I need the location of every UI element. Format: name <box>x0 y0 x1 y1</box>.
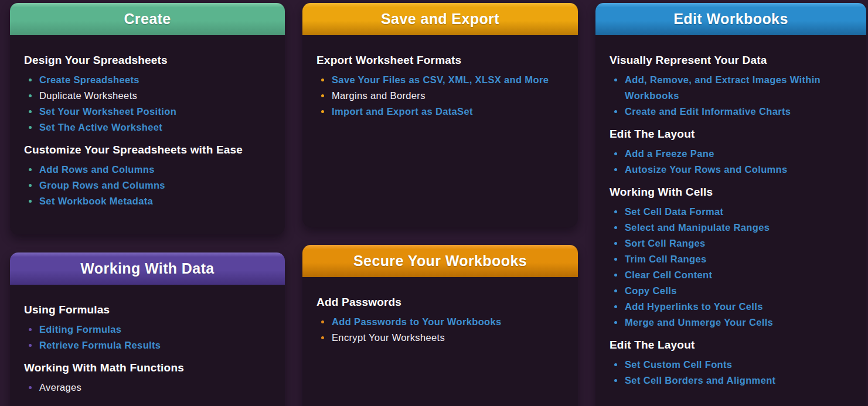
bullet-icon <box>321 336 324 339</box>
card-title: Create <box>124 11 171 28</box>
topic-item[interactable]: Editing Formulas <box>24 322 271 337</box>
topic-item[interactable]: Sort Cell Ranges <box>610 236 852 251</box>
topic-item[interactable]: Import and Export as DataSet <box>316 104 564 120</box>
topic-link[interactable]: Add Hyperlinks to Your Cells <box>625 301 763 312</box>
topic-item[interactable]: Autosize Your Rows and Columns <box>610 162 852 178</box>
topic-link[interactable]: Add, Remove, and Extract Images Within W… <box>625 74 821 101</box>
topic-link[interactable]: Set The Active Worksheet <box>39 122 162 132</box>
topic-label: Encrypt Your Worksheets <box>332 332 445 343</box>
card-header-secure-your-workbooks: Secure Your Workbooks <box>302 245 578 277</box>
topic-item[interactable]: Create Spreadsheets <box>24 72 271 88</box>
bullet-icon <box>614 289 617 292</box>
section-heading: Visually Represent Your Data <box>610 54 852 67</box>
topic-item: Duplicate Worksheets <box>24 88 271 104</box>
topic-link[interactable]: Retrieve Formula Results <box>39 340 161 350</box>
topic-list: Add, Remove, and Extract Images Within W… <box>610 72 852 120</box>
topic-link[interactable]: Autosize Your Rows and Columns <box>625 164 788 175</box>
topic-link[interactable]: Set Cell Data Format <box>625 206 723 217</box>
card-body: Add PasswordsAdd Passwords to Your Workb… <box>302 277 578 362</box>
bullet-icon <box>614 152 617 155</box>
topic-item[interactable]: Add, Remove, and Extract Images Within W… <box>610 72 852 104</box>
section-heading: Edit The Layout <box>610 339 852 352</box>
topic-link[interactable]: Editing Formulas <box>39 324 121 335</box>
bullet-icon <box>321 79 324 81</box>
card-edit-workbooks: Edit WorkbooksVisually Represent Your Da… <box>595 3 866 406</box>
topic-item[interactable]: Add Rows and Columns <box>24 162 271 178</box>
topic-list: Add Passwords to Your WorkbooksEncrypt Y… <box>316 314 564 346</box>
bullet-icon <box>614 242 617 245</box>
topic-item[interactable]: Group Rows and Columns <box>24 178 271 193</box>
topic-item: Encrypt Your Worksheets <box>316 330 564 346</box>
topic-link[interactable]: Create Spreadsheets <box>39 74 139 85</box>
bullet-icon <box>29 79 32 81</box>
bullet-icon <box>614 321 617 324</box>
column-2: Edit WorkbooksVisually Represent Your Da… <box>595 3 866 406</box>
topic-list: Averages <box>24 380 271 395</box>
topic-link[interactable]: Clear Cell Content <box>625 269 712 280</box>
bullet-icon <box>614 363 617 366</box>
topic-link[interactable]: Save Your Files as CSV, XML, XLSX and Mo… <box>332 74 549 85</box>
card-title: Edit Workbooks <box>673 11 788 28</box>
bullet-icon <box>29 344 32 347</box>
topic-item[interactable]: Add Hyperlinks to Your Cells <box>610 299 852 315</box>
card-body: Design Your SpreadsheetsCreate Spreadshe… <box>10 35 285 226</box>
topic-link[interactable]: Create and Edit Informative Charts <box>625 106 791 117</box>
topic-item[interactable]: Copy Cells <box>610 283 852 299</box>
section-heading: Customize Your Spreadsheets with Ease <box>24 144 271 156</box>
section-heading: Using Formulas <box>24 303 271 316</box>
card-secure-your-workbooks: Secure Your WorkbooksAdd PasswordsAdd Pa… <box>302 245 578 406</box>
card-body: Using FormulasEditing FormulasRetrieve F… <box>10 285 285 406</box>
topic-link[interactable]: Add Rows and Columns <box>39 164 155 175</box>
topic-item[interactable]: Trim Cell Ranges <box>610 251 852 267</box>
topic-link[interactable]: Select and Manipulate Ranges <box>625 222 770 233</box>
topic-link[interactable]: Add Passwords to Your Workbooks <box>332 316 502 327</box>
bullet-icon <box>614 305 617 308</box>
bullet-icon <box>29 126 32 129</box>
bullet-icon <box>614 110 617 113</box>
card-title: Secure Your Workbooks <box>353 253 527 269</box>
card-working-with-data: Working With DataUsing FormulasEditing F… <box>10 253 285 406</box>
topic-item[interactable]: Add a Freeze Pane <box>610 146 852 162</box>
card-header-working-with-data: Working With Data <box>10 253 285 285</box>
bullet-icon <box>614 274 617 277</box>
topic-link[interactable]: Merge and Unmerge Your Cells <box>625 317 773 327</box>
topic-list: Add Rows and ColumnsGroup Rows and Colum… <box>24 162 271 209</box>
topic-link[interactable]: Trim Cell Ranges <box>625 254 706 264</box>
topic-item[interactable]: Set The Active Worksheet <box>24 120 271 135</box>
topic-item: Averages <box>24 380 271 395</box>
topic-list: Editing FormulasRetrieve Formula Results <box>24 322 271 353</box>
topic-link[interactable]: Import and Export as DataSet <box>332 106 473 117</box>
topic-item[interactable]: Retrieve Formula Results <box>24 337 271 353</box>
topic-link[interactable]: Sort Cell Ranges <box>625 238 706 248</box>
topic-link[interactable]: Copy Cells <box>625 285 677 296</box>
section-heading: Design Your Spreadsheets <box>24 54 271 67</box>
topic-link[interactable]: Set Your Worksheet Position <box>39 106 176 117</box>
topic-item[interactable]: Set Cell Borders and Alignment <box>610 373 852 388</box>
bullet-icon <box>29 386 32 389</box>
bullet-icon <box>29 184 32 187</box>
card-create: CreateDesign Your SpreadsheetsCreate Spr… <box>10 3 285 234</box>
topic-item[interactable]: Save Your Files as CSV, XML, XLSX and Mo… <box>316 72 564 88</box>
topic-item[interactable]: Select and Manipulate Ranges <box>610 220 852 236</box>
bullet-icon <box>321 94 324 97</box>
topic-item[interactable]: Create and Edit Informative Charts <box>610 104 852 120</box>
topic-item[interactable]: Clear Cell Content <box>610 267 852 283</box>
card-header-edit-workbooks: Edit Workbooks <box>595 3 866 35</box>
topic-item[interactable]: Set Custom Cell Fonts <box>610 357 852 373</box>
topic-item[interactable]: Merge and Unmerge Your Cells <box>610 315 852 330</box>
topic-list: Save Your Files as CSV, XML, XLSX and Mo… <box>316 72 564 120</box>
topic-item[interactable]: Set Cell Data Format <box>610 204 852 220</box>
topic-link[interactable]: Set Cell Borders and Alignment <box>625 375 775 385</box>
topic-list: Create SpreadsheetsDuplicate WorksheetsS… <box>24 72 271 135</box>
topic-label: Duplicate Worksheets <box>39 90 137 101</box>
topic-link[interactable]: Set Workbook Metadata <box>39 196 153 206</box>
bullet-icon <box>614 226 617 229</box>
bullet-icon <box>321 320 324 323</box>
topic-item[interactable]: Set Workbook Metadata <box>24 193 271 209</box>
topic-item[interactable]: Add Passwords to Your Workbooks <box>316 314 564 330</box>
card-title: Working With Data <box>80 260 214 277</box>
topic-item[interactable]: Set Your Worksheet Position <box>24 104 271 120</box>
topic-link[interactable]: Set Custom Cell Fonts <box>625 359 732 370</box>
topic-link[interactable]: Group Rows and Columns <box>39 180 165 190</box>
topic-link[interactable]: Add a Freeze Pane <box>625 148 714 159</box>
